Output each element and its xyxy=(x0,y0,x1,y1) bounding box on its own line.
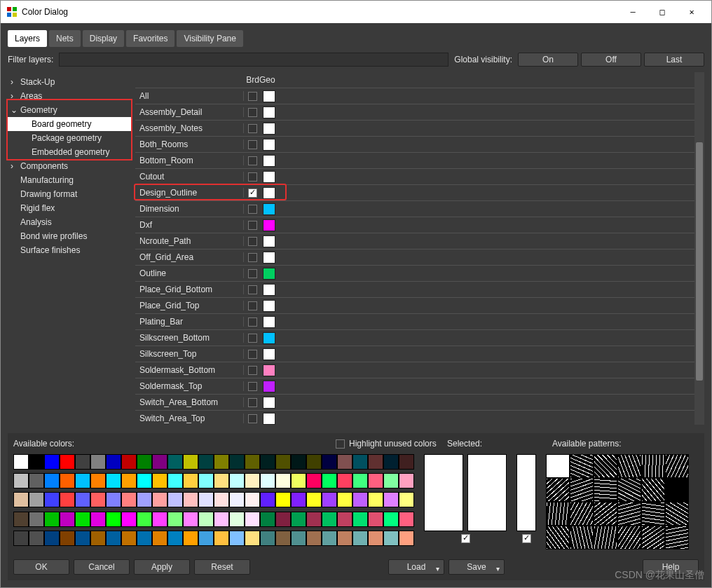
grid-row[interactable]: Both_Rooms xyxy=(135,137,694,153)
palette-color[interactable] xyxy=(260,531,275,546)
palette-color[interactable] xyxy=(383,492,399,507)
tab-layers[interactable]: Layers xyxy=(8,30,47,47)
palette-color[interactable] xyxy=(44,492,60,507)
palette-color[interactable] xyxy=(352,454,368,470)
visibility-checkbox[interactable] xyxy=(248,366,257,375)
color-swatch[interactable] xyxy=(263,381,275,392)
visibility-checkbox[interactable] xyxy=(248,269,257,278)
pattern-cell[interactable] xyxy=(665,454,689,478)
pattern-cell[interactable] xyxy=(665,478,689,502)
palette-color[interactable] xyxy=(352,492,368,507)
color-swatch[interactable] xyxy=(263,332,275,344)
visibility-checkbox[interactable] xyxy=(248,301,257,310)
tree-item-drawing-format[interactable]: Drawing format xyxy=(8,187,132,201)
color-swatch[interactable] xyxy=(263,284,275,296)
palette-color[interactable] xyxy=(198,473,214,488)
palette-color[interactable] xyxy=(44,531,60,546)
scrollbar-vertical[interactable] xyxy=(694,72,704,425)
palette-color[interactable] xyxy=(121,531,137,546)
palette-color[interactable] xyxy=(75,454,90,470)
pattern-cell[interactable] xyxy=(594,526,617,549)
highlight-unused-checkbox[interactable] xyxy=(336,439,345,449)
pattern-cell[interactable] xyxy=(570,526,594,549)
palette-color[interactable] xyxy=(275,454,291,470)
grid-row[interactable]: Silkscreen_Bottom xyxy=(135,330,694,346)
palette-color[interactable] xyxy=(44,454,60,470)
selected-enabled-checkbox[interactable] xyxy=(461,534,470,543)
tree-item-rigid-flex[interactable]: Rigid flex xyxy=(8,201,132,215)
palette-color[interactable] xyxy=(337,492,352,507)
pattern-cell[interactable] xyxy=(617,478,641,502)
tree-item-bond-wire-profiles[interactable]: Bond wire profiles xyxy=(8,229,132,243)
palette-color[interactable] xyxy=(152,492,167,507)
palette-color[interactable] xyxy=(167,473,183,488)
color-swatch[interactable] xyxy=(263,235,275,247)
palette-color[interactable] xyxy=(106,512,121,527)
palette-color[interactable] xyxy=(306,531,322,546)
palette-color[interactable] xyxy=(167,512,183,527)
palette-color[interactable] xyxy=(60,492,75,507)
scroll-thumb[interactable] xyxy=(696,142,703,381)
selected-pattern-checkbox[interactable] xyxy=(522,534,531,543)
global-visibility-last[interactable]: Last xyxy=(644,53,704,67)
color-swatch[interactable] xyxy=(263,413,275,425)
pattern-cell[interactable] xyxy=(570,502,594,526)
palette-color[interactable] xyxy=(29,473,44,488)
layer-grid[interactable]: BrdGeoAllAssembly_DetailAssembly_NotesBo… xyxy=(135,72,694,425)
apply-button[interactable]: Apply xyxy=(134,559,190,575)
palette-color[interactable] xyxy=(214,454,229,470)
palette-color[interactable] xyxy=(368,531,383,546)
visibility-checkbox[interactable] xyxy=(248,140,257,149)
palette-color[interactable] xyxy=(368,512,383,527)
palette-color[interactable] xyxy=(214,512,229,527)
palette-color[interactable] xyxy=(29,492,44,507)
visibility-checkbox[interactable] xyxy=(248,382,257,391)
palette-color[interactable] xyxy=(322,473,337,488)
grid-row[interactable]: Off_Grid_Area xyxy=(135,249,694,266)
palette-color[interactable] xyxy=(260,512,275,527)
palette-color[interactable] xyxy=(106,492,121,507)
grid-row[interactable]: Dxf xyxy=(135,217,694,233)
palette-color[interactable] xyxy=(137,512,152,527)
palette-color[interactable] xyxy=(245,512,260,527)
grid-row[interactable]: Switch_Area_Top xyxy=(135,411,694,425)
palette-color[interactable] xyxy=(337,473,352,488)
palette-color[interactable] xyxy=(90,492,106,507)
pattern-cell[interactable] xyxy=(570,478,594,502)
palette-color[interactable] xyxy=(399,473,414,488)
grid-row[interactable]: All xyxy=(135,88,694,104)
palette-color[interactable] xyxy=(383,531,399,546)
palette-color[interactable] xyxy=(260,473,275,488)
color-swatch[interactable] xyxy=(263,107,275,118)
pattern-palette[interactable] xyxy=(546,454,693,549)
tab-favorites[interactable]: Favorites xyxy=(126,30,174,47)
palette-color[interactable] xyxy=(306,512,322,527)
palette-color[interactable] xyxy=(337,512,352,527)
palette-color[interactable] xyxy=(260,492,275,507)
palette-color[interactable] xyxy=(183,473,198,488)
close-button[interactable]: ✕ xyxy=(678,1,706,22)
palette-color[interactable] xyxy=(183,531,198,546)
grid-row[interactable]: Silkscreen_Top xyxy=(135,346,694,362)
palette-color[interactable] xyxy=(275,473,291,488)
palette-color[interactable] xyxy=(198,454,214,470)
tree-item-components[interactable]: ›Components xyxy=(8,159,132,173)
palette-color[interactable] xyxy=(167,531,183,546)
visibility-checkbox[interactable] xyxy=(248,172,257,182)
palette-color[interactable] xyxy=(13,512,29,527)
visibility-checkbox[interactable] xyxy=(248,108,257,117)
palette-color[interactable] xyxy=(60,454,75,470)
palette-color[interactable] xyxy=(322,492,337,507)
pattern-cell[interactable] xyxy=(570,454,594,478)
grid-row[interactable]: Design_Outline xyxy=(135,185,694,201)
palette-color[interactable] xyxy=(291,473,306,488)
tab-nets[interactable]: Nets xyxy=(49,30,81,47)
color-swatch[interactable] xyxy=(263,139,275,151)
palette-color[interactable] xyxy=(106,454,121,470)
palette-color[interactable] xyxy=(121,454,137,470)
palette-color[interactable] xyxy=(214,531,229,546)
palette-color[interactable] xyxy=(383,454,399,470)
palette-color[interactable] xyxy=(121,473,137,488)
grid-row[interactable]: Soldermask_Bottom xyxy=(135,362,694,378)
grid-row[interactable]: Assembly_Detail xyxy=(135,104,694,121)
